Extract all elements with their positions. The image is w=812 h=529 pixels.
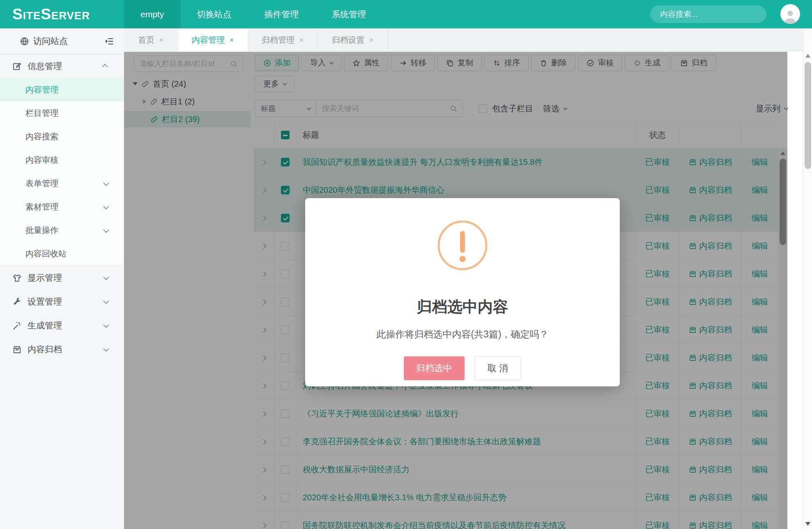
chevron-down-icon — [103, 203, 109, 209]
chevron-down-icon — [103, 180, 109, 186]
sidebar-submenu-item[interactable]: 栏目管理 — [0, 102, 124, 125]
sidebar: 访问站点 信息管理 内容管理 栏目管理 内容搜索 内容审核 表单管理 素 — [0, 28, 124, 529]
tshirt-icon — [12, 273, 22, 283]
chevron-down-icon — [103, 275, 109, 280]
tab-home[interactable]: 首页× — [124, 28, 178, 52]
sidebar-submenu-item[interactable]: 内容回收站 — [0, 242, 124, 266]
sidebar-submenu-item[interactable]: 内容审核 — [0, 148, 124, 172]
tab-archive-settings[interactable]: 归档设置× — [318, 28, 388, 52]
app-header: SITESERVER empty 切换站点 插件管理 系统管理 — [0, 0, 812, 28]
close-icon[interactable]: × — [230, 36, 234, 44]
close-icon[interactable]: × — [159, 36, 163, 44]
wand-icon — [12, 321, 22, 330]
archive-confirm-button[interactable]: 归档选中 — [404, 356, 465, 380]
scrollbar-thumb[interactable] — [805, 62, 811, 169]
chevron-up-icon — [102, 64, 108, 69]
nav-item-plugins[interactable]: 插件管理 — [248, 0, 315, 28]
sidebar-group-archive[interactable]: 内容归档 — [0, 337, 124, 361]
scroll-down-icon[interactable] — [805, 522, 810, 526]
global-search — [650, 5, 766, 23]
archive-icon — [12, 345, 22, 354]
visit-site-link[interactable]: 访问站点 — [0, 28, 124, 54]
globe-icon — [20, 37, 29, 46]
user-avatar[interactable] — [780, 4, 800, 24]
cancel-button[interactable]: 取 消 — [474, 356, 521, 380]
page-scrollbar[interactable] — [803, 28, 812, 529]
sidebar-submenu-item[interactable]: 内容管理 — [0, 78, 124, 102]
sidebar-submenu: 内容管理 栏目管理 内容搜索 内容审核 表单管理 素材管理 批量操作 — [0, 78, 124, 266]
close-icon[interactable]: × — [299, 36, 304, 44]
sidebar-group-settings[interactable]: 设置管理 — [0, 290, 124, 314]
chevron-down-icon — [103, 298, 109, 304]
chevron-down-icon — [103, 227, 109, 233]
sidebar-submenu-item[interactable]: 批量操作 — [0, 219, 124, 242]
collapse-menu-icon[interactable] — [105, 37, 114, 46]
sidebar-submenu-item[interactable]: 内容搜索 — [0, 125, 124, 148]
close-icon[interactable]: × — [370, 36, 374, 44]
tab-archive-management[interactable]: 归档管理× — [248, 28, 318, 52]
app-logo: SITESERVER — [0, 6, 124, 23]
sidebar-group-display[interactable]: 显示管理 — [0, 266, 124, 290]
warning-exclamation-icon — [437, 219, 488, 271]
global-search-input[interactable] — [660, 10, 761, 19]
tab-content-management[interactable]: 内容管理× — [178, 28, 248, 52]
chevron-down-icon — [103, 346, 109, 352]
nav-item-site[interactable]: empty — [124, 0, 180, 28]
top-nav: empty 切换站点 插件管理 系统管理 — [124, 0, 382, 28]
scroll-up-icon[interactable] — [805, 54, 810, 58]
sidebar-submenu-item[interactable]: 素材管理 — [0, 195, 124, 219]
dialog-title: 归档选中内容 — [417, 297, 508, 317]
tab-bar: 首页× 内容管理× 归档管理× 归档设置× — [124, 28, 812, 52]
sidebar-group-info[interactable]: 信息管理 — [0, 54, 124, 78]
nav-item-switch-site[interactable]: 切换站点 — [180, 0, 248, 28]
chevron-down-icon — [103, 322, 109, 328]
archive-confirm-dialog: 归档选中内容 此操作将归档选中内容(共3篇)，确定吗？ 归档选中 取 消 — [305, 198, 620, 386]
edit-icon — [12, 62, 22, 71]
nav-item-system[interactable]: 系统管理 — [315, 0, 382, 28]
dialog-message: 此操作将归档选中内容(共3篇)，确定吗？ — [376, 328, 548, 341]
wrench-icon — [12, 297, 22, 307]
sidebar-group-generate[interactable]: 生成管理 — [0, 314, 124, 337]
dialog-buttons: 归档选中 取 消 — [404, 356, 521, 380]
sidebar-submenu-item[interactable]: 表单管理 — [0, 172, 124, 195]
